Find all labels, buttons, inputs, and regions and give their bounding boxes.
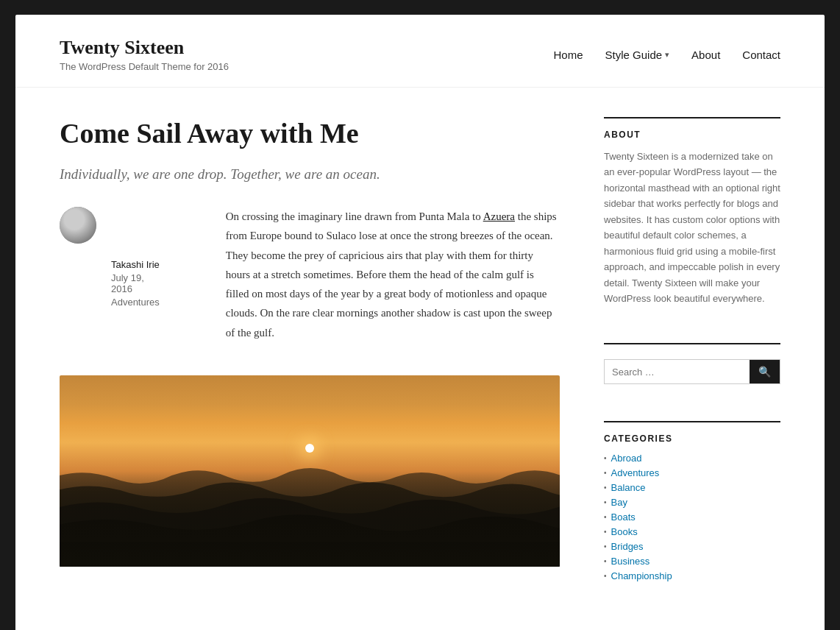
- post-date: July 19, 2016: [111, 272, 160, 294]
- list-item: •Bridges: [604, 541, 780, 552]
- sidebar-search-section: 🔍: [604, 343, 780, 399]
- nav-about[interactable]: About: [691, 49, 720, 61]
- post-body: On crossing the imaginary line drawn fro…: [226, 207, 560, 342]
- nav-contact[interactable]: Contact: [742, 49, 780, 61]
- list-item: •Balance: [604, 482, 780, 493]
- post-article: Come Sail Away with Me Individually, we …: [60, 117, 560, 567]
- avatar-image: [60, 207, 96, 244]
- category-link[interactable]: Bay: [611, 497, 627, 508]
- sidebar-about-section: ABOUT Twenty Sixteen is a modernized tak…: [604, 117, 780, 321]
- site-content: Come Sail Away with Me Individually, we …: [15, 88, 825, 630]
- search-box: 🔍: [604, 359, 780, 384]
- bullet-icon: •: [604, 498, 607, 506]
- category-link[interactable]: Abroad: [611, 453, 642, 464]
- chevron-down-icon: ▾: [665, 50, 669, 60]
- image-overlay: [60, 471, 560, 567]
- post-title: Come Sail Away with Me: [60, 117, 560, 151]
- post-author: Takashi Irie: [111, 259, 160, 270]
- category-link[interactable]: Bridges: [611, 541, 644, 552]
- sidebar-categories-title: CATEGORIES: [604, 433, 780, 444]
- list-item: •Bay: [604, 497, 780, 508]
- categories-list: •Abroad•Adventures•Balance•Bay•Boats•Boo…: [604, 453, 780, 581]
- list-item: •Adventures: [604, 467, 780, 478]
- nav-home[interactable]: Home: [554, 49, 583, 61]
- search-icon: 🔍: [758, 366, 771, 378]
- category-link[interactable]: Books: [611, 526, 638, 537]
- bullet-icon: •: [604, 528, 607, 536]
- bullet-icon: •: [604, 513, 607, 521]
- search-button[interactable]: 🔍: [750, 360, 780, 383]
- post-subtitle: Individually, we are one drop. Together,…: [60, 164, 560, 185]
- site-header: Twenty Sixteen The WordPress Default The…: [15, 15, 825, 88]
- site-description: The WordPress Default Theme for 2016: [60, 61, 229, 72]
- main-nav: Home Style Guide ▾ About Contact: [554, 49, 780, 61]
- bullet-icon: •: [604, 557, 607, 565]
- list-item: •Business: [604, 556, 780, 567]
- category-link[interactable]: Balance: [611, 482, 646, 493]
- bullet-icon: •: [604, 572, 607, 580]
- post-category: Adventures: [111, 297, 160, 308]
- category-link[interactable]: Boats: [611, 512, 636, 523]
- azuera-link[interactable]: Azuera: [483, 210, 515, 222]
- bullet-icon: •: [604, 469, 607, 477]
- nav-style-guide[interactable]: Style Guide ▾: [605, 49, 670, 61]
- search-input[interactable]: [605, 360, 750, 383]
- category-link[interactable]: Business: [611, 556, 650, 567]
- sidebar-about-text: Twenty Sixteen is a modernized take on a…: [604, 149, 780, 306]
- list-item: •Championship: [604, 570, 780, 581]
- list-item: •Abroad: [604, 453, 780, 464]
- bullet-icon: •: [604, 542, 607, 551]
- sun-decoration: [305, 444, 314, 453]
- sidebar-about-title: ABOUT: [604, 130, 780, 140]
- category-link[interactable]: Championship: [611, 570, 672, 581]
- list-item: •Boats: [604, 512, 780, 523]
- post-image: [60, 375, 560, 567]
- site-title: Twenty Sixteen: [60, 37, 229, 59]
- sidebar-categories-section: CATEGORIES •Abroad•Adventures•Balance•Ba…: [604, 421, 780, 600]
- post-meta: Takashi Irie July 19, 2016 Adventures On…: [60, 207, 560, 361]
- avatar: [60, 207, 96, 244]
- main-area: Come Sail Away with Me Individually, we …: [60, 117, 560, 622]
- category-link[interactable]: Adventures: [611, 467, 660, 478]
- sidebar: ABOUT Twenty Sixteen is a modernized tak…: [604, 117, 780, 622]
- post-meta-info: Takashi Irie July 19, 2016 Adventures: [111, 207, 160, 361]
- list-item: •Books: [604, 526, 780, 537]
- bullet-icon: •: [604, 484, 607, 492]
- site-branding: Twenty Sixteen The WordPress Default The…: [60, 37, 229, 72]
- bullet-icon: •: [604, 454, 607, 462]
